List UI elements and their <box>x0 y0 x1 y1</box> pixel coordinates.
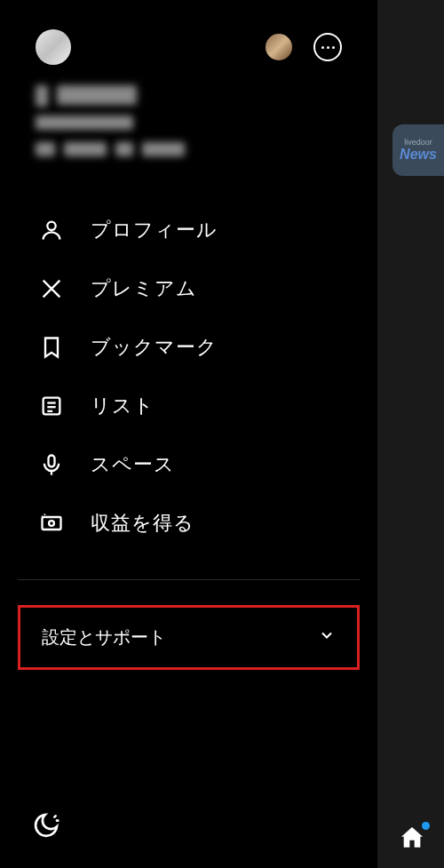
profile-icon <box>39 218 64 243</box>
money-icon <box>39 511 64 536</box>
chevron-down-icon <box>318 626 336 649</box>
header-actions <box>266 33 342 61</box>
nav-label: プレミアム <box>91 275 197 302</box>
settings-support-label: 設定とサポート <box>42 625 166 649</box>
news-line2: News <box>400 147 437 163</box>
nav-label: ブックマーク <box>91 334 218 361</box>
svg-rect-7 <box>43 517 61 530</box>
nav-bookmarks[interactable]: ブックマーク <box>0 318 377 377</box>
nav-premium[interactable]: プレミアム <box>0 259 377 318</box>
profile-info <box>0 69 377 156</box>
svg-point-8 <box>49 521 54 526</box>
bookmark-icon <box>39 335 64 360</box>
more-button[interactable] <box>313 33 342 61</box>
background-panel: livedoor News <box>377 0 444 868</box>
list-icon <box>39 394 64 418</box>
nav-lists[interactable]: リスト <box>0 377 377 435</box>
home-button[interactable] <box>392 818 432 857</box>
settings-support-row[interactable]: 設定とサポート <box>18 605 360 670</box>
nav-spaces[interactable]: スペース <box>0 435 377 494</box>
nav-list: プロフィール プレミアム ブックマーク リスト スペース <box>0 165 377 553</box>
theme-toggle-button[interactable] <box>32 811 64 843</box>
nav-profile[interactable]: プロフィール <box>0 201 377 259</box>
more-dots-icon <box>321 46 335 49</box>
svg-rect-5 <box>49 456 55 467</box>
divider <box>18 579 360 580</box>
news-line1: livedoor <box>404 138 432 147</box>
nav-label: スペース <box>91 451 175 478</box>
nav-label: 収益を得る <box>91 510 194 537</box>
x-logo-icon <box>39 276 64 301</box>
svg-point-0 <box>47 222 55 230</box>
microphone-icon <box>39 452 64 477</box>
nav-label: プロフィール <box>91 217 218 243</box>
news-badge[interactable]: livedoor News <box>392 124 444 176</box>
nav-monetization[interactable]: 収益を得る <box>0 494 377 553</box>
nav-drawer: プロフィール プレミアム ブックマーク リスト スペース <box>0 0 377 868</box>
nav-label: リスト <box>91 393 155 419</box>
user-avatar[interactable] <box>36 29 71 65</box>
notification-dot-icon <box>422 822 430 830</box>
drawer-header <box>0 25 377 69</box>
account-switcher-avatar[interactable] <box>266 34 292 60</box>
